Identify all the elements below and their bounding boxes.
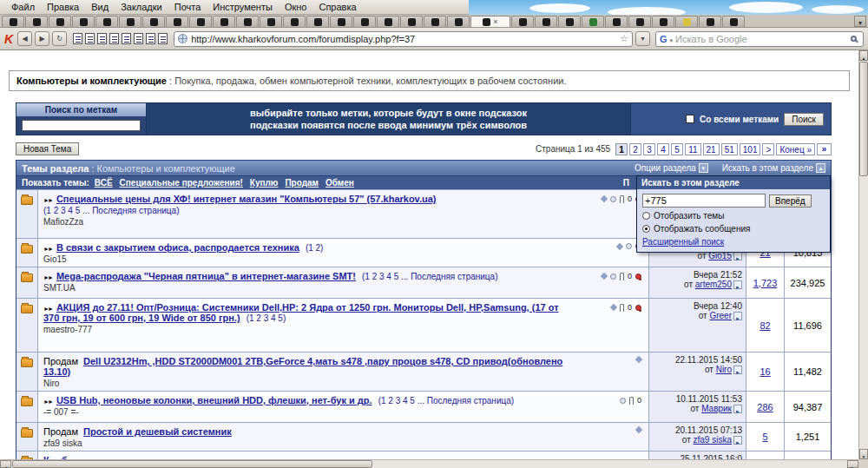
thread-title-link[interactable]: Специальные цены для ХФ! интернет магази… (56, 194, 437, 204)
replies-link[interactable]: 1,723 (753, 278, 778, 288)
paperclip-icon[interactable] (620, 304, 624, 312)
page-number[interactable]: 51 (721, 143, 738, 155)
page-number[interactable]: 21 (703, 143, 720, 155)
browser-tab[interactable] (260, 16, 282, 27)
section-search-go-button[interactable]: Вперёд (769, 194, 812, 208)
replies-link[interactable]: 286 (757, 402, 773, 412)
browser-tab[interactable] (213, 16, 235, 27)
browser-tab[interactable] (400, 16, 423, 27)
go-to-last-post-icon[interactable] (733, 252, 742, 260)
reload-button[interactable]: ↻ (52, 31, 67, 46)
menu-item[interactable]: Инструменты (207, 1, 279, 13)
browser-tab[interactable] (424, 16, 446, 27)
page-number[interactable]: 11 (685, 143, 700, 155)
attachment-count[interactable]: 0 (628, 272, 632, 280)
bookmark-star-icon[interactable] (620, 33, 628, 44)
web-search-input[interactable] (675, 34, 848, 44)
last-post-user-link[interactable]: Greer (709, 311, 732, 320)
page-number[interactable]: 2 (629, 143, 641, 155)
url-input[interactable] (191, 34, 616, 44)
go-to-last-post-icon[interactable] (733, 280, 742, 289)
thread-author[interactable]: maestro-777 (43, 325, 570, 334)
browser-tab[interactable] (377, 16, 399, 27)
thread-page-links[interactable]: (1 2 3 4 5) (247, 313, 286, 323)
browser-tab[interactable] (166, 16, 188, 27)
show-threads-radio[interactable] (642, 212, 650, 220)
replies-link[interactable]: 82 (760, 320, 770, 331)
go-to-last-post-icon[interactable] (733, 366, 742, 374)
thread-page-links[interactable]: (1 2 3 4 5 ... Последняя страница) (378, 396, 514, 405)
engine-dropdown-icon[interactable] (670, 34, 674, 44)
back-button[interactable]: ◀ (17, 31, 32, 46)
show-posts-radio[interactable] (642, 225, 650, 233)
browser-tab[interactable] (95, 16, 118, 27)
page-number[interactable]: 4 (657, 143, 669, 155)
browser-tab[interactable] (605, 16, 628, 27)
thread-title-link[interactable]: Mega-распродажа "Черная пятница" в интер… (56, 271, 356, 281)
tab-overflow-button[interactable] (854, 16, 866, 27)
tag-search-button[interactable]: Поиск (784, 113, 824, 126)
toolbar-button-icon[interactable] (134, 33, 143, 44)
page-number[interactable]: 1 (615, 143, 628, 155)
browser-tab[interactable] (535, 16, 557, 27)
browser-tab[interactable] (699, 16, 721, 27)
browser-tab[interactable] (511, 16, 534, 27)
thread-page-links[interactable]: (1 2 3 4 5 ... Последняя страница) (362, 272, 497, 281)
vertical-scroll-thumb[interactable] (859, 62, 868, 176)
browser-tab[interactable] (2, 16, 24, 27)
go-button[interactable]: ▾ (635, 31, 650, 46)
thread-author[interactable]: Gio15 (43, 254, 570, 264)
browser-tab[interactable] (283, 16, 306, 27)
browser-tab[interactable] (675, 16, 698, 27)
magnifier-icon[interactable] (851, 36, 857, 42)
browser-tab[interactable] (72, 16, 95, 27)
thread-page-links[interactable]: (1 2) (306, 243, 324, 253)
toolbar-button-icon[interactable] (97, 33, 107, 44)
browser-tab[interactable] (236, 16, 259, 27)
paperclip-icon[interactable] (620, 195, 624, 203)
forum-options-button[interactable]: Опции раздела (635, 163, 708, 173)
last-post-user-link[interactable]: Niro (716, 365, 732, 374)
tag-search-input[interactable] (22, 120, 141, 131)
new-thread-button[interactable]: Новая Тема (16, 142, 79, 155)
thread-title-link[interactable]: Dell U2312Hm, ,HDD ST2000DM001 2TB,GeFor… (43, 356, 562, 377)
replies-link[interactable]: 5 (762, 432, 767, 442)
toolbar-button-icon[interactable] (73, 33, 82, 44)
thread-author[interactable]: zfa9 siska (43, 438, 570, 448)
horizontal-scrollbar[interactable] (0, 459, 858, 468)
scroll-up-icon[interactable] (859, 50, 868, 61)
browser-tab[interactable] (558, 16, 581, 27)
browser-tab[interactable] (447, 16, 470, 27)
browser-tab[interactable] (582, 16, 604, 27)
thread-author[interactable]: MafiozZza (43, 217, 570, 227)
toolbar-button-icon[interactable] (146, 33, 155, 44)
paperclip-icon[interactable] (629, 397, 634, 405)
scroll-left-icon[interactable] (0, 460, 11, 468)
go-to-last-post-icon[interactable] (733, 312, 742, 320)
scroll-down-icon[interactable] (859, 449, 868, 459)
thread-author[interactable]: -= 007 =- (43, 407, 570, 417)
menu-item[interactable]: Справка (312, 1, 362, 13)
section-search-input[interactable] (642, 194, 766, 208)
menu-item[interactable]: Правка (41, 1, 85, 13)
go-to-last-post-icon[interactable] (733, 405, 742, 413)
thread-title-link[interactable]: USB Hub, неоновые колонки, внешний HDD, … (56, 395, 372, 405)
pagination-last-icon[interactable] (817, 143, 832, 155)
browser-tab[interactable] (49, 16, 71, 27)
browser-tab[interactable] (652, 16, 674, 27)
last-post-user-link[interactable]: artem250 (695, 280, 732, 289)
page-number[interactable]: 3 (643, 143, 655, 155)
thread-title-link[interactable]: АКЦИЯ до 27.11! Опт/Розница: Системники … (43, 302, 559, 323)
thread-author[interactable]: Niro (43, 379, 570, 388)
browser-tab[interactable] (142, 16, 165, 27)
toolbar-button-icon[interactable] (158, 33, 168, 44)
filter-link[interactable]: ВСЁ (95, 178, 113, 188)
page-number[interactable]: > (762, 143, 774, 155)
filter-link[interactable]: Продам (285, 178, 319, 188)
advanced-search-link[interactable]: Расширенный поиск (642, 237, 825, 247)
filter-link[interactable]: Куплю (250, 178, 279, 188)
browser-tab[interactable] (628, 16, 651, 27)
menu-item[interactable]: Вид (85, 1, 115, 13)
last-post-user-link[interactable]: zfa9 siska (694, 435, 732, 445)
attachment-count[interactable]: 0 (628, 194, 632, 203)
